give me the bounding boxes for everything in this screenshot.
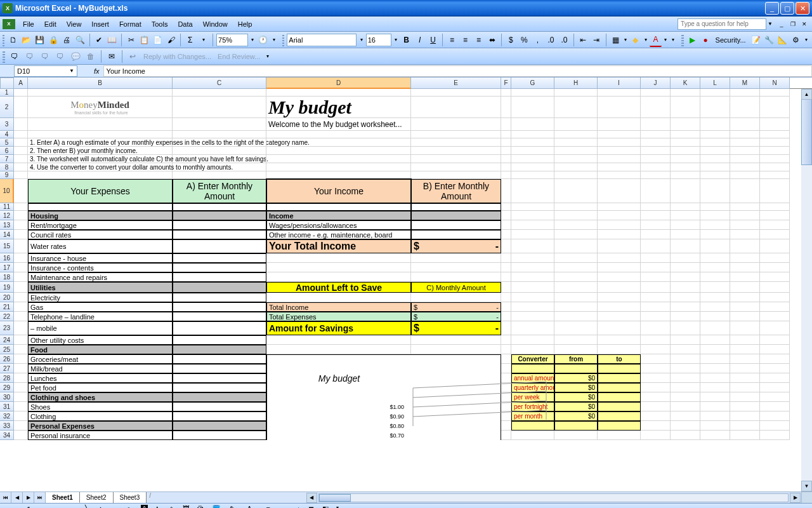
permission-icon[interactable]: 🔒	[48, 33, 60, 47]
toolbar-options-icon[interactable]: ▾	[271, 33, 277, 47]
cell[interactable]	[266, 203, 411, 211]
cell[interactable]	[641, 392, 671, 402]
cell[interactable]: Housing	[28, 211, 173, 220]
cell[interactable]	[173, 335, 266, 345]
select-objects-icon[interactable]: ↖	[27, 505, 39, 509]
cell[interactable]: Water rates	[28, 239, 173, 253]
cell[interactable]	[501, 239, 511, 253]
cell[interactable]	[641, 118, 671, 131]
cell[interactable]	[760, 263, 790, 272]
cell[interactable]: $0	[554, 373, 598, 383]
cell[interactable]	[671, 211, 700, 220]
cell[interactable]	[511, 89, 554, 97]
cell[interactable]	[411, 163, 501, 171]
tab-first-icon[interactable]: ⏮	[0, 492, 11, 503]
row-header-33[interactable]: 33	[0, 421, 14, 431]
cell[interactable]	[641, 282, 671, 293]
cell[interactable]	[730, 211, 760, 220]
cell[interactable]	[501, 97, 511, 118]
row-header-16[interactable]: 16	[0, 253, 14, 263]
wordart-icon[interactable]: 𝐀	[155, 505, 167, 509]
cell[interactable]	[671, 138, 700, 147]
cell[interactable]	[28, 118, 173, 131]
cell[interactable]: $0	[554, 383, 598, 392]
row-header-11[interactable]: 11	[0, 203, 14, 211]
cell[interactable]	[266, 392, 411, 402]
minimize-button[interactable]: _	[765, 2, 779, 15]
macro-play-icon[interactable]: ▶	[686, 33, 698, 47]
cell[interactable]	[598, 230, 641, 239]
row-header-21[interactable]: 21	[0, 302, 14, 312]
cell[interactable]	[700, 203, 730, 211]
cell[interactable]	[173, 171, 266, 179]
cell[interactable]: Maintenance and repairs	[28, 272, 173, 282]
cell[interactable]	[598, 203, 641, 211]
menu-help[interactable]: Help	[233, 19, 258, 29]
cell[interactable]	[760, 239, 790, 253]
cell[interactable]: Telephone – landline	[28, 312, 173, 321]
cell[interactable]	[554, 163, 598, 171]
increase-indent-icon[interactable]: ⇥	[591, 33, 603, 47]
cell[interactable]	[14, 364, 28, 373]
cell[interactable]: Groceries/meat	[28, 354, 173, 364]
bold-button[interactable]: B	[400, 33, 412, 47]
spell-icon[interactable]: ✔	[93, 33, 105, 47]
cell[interactable]	[411, 155, 501, 163]
mail-recipient-icon[interactable]: ✉	[105, 50, 119, 64]
cell[interactable]	[14, 354, 28, 364]
cell[interactable]	[760, 179, 790, 203]
cell[interactable]	[671, 131, 700, 138]
cell[interactable]	[671, 402, 700, 411]
cell[interactable]: to	[598, 354, 641, 364]
cell[interactable]	[511, 163, 554, 171]
cell[interactable]	[730, 239, 760, 253]
column-header-F[interactable]: F	[501, 77, 511, 89]
picture-icon[interactable]: 🏔	[197, 505, 209, 509]
cell[interactable]: Gas	[28, 302, 173, 312]
select-all-corner[interactable]	[0, 77, 14, 89]
row-header-7[interactable]: 7	[0, 155, 14, 163]
cell[interactable]	[266, 138, 411, 147]
scroll-left-icon[interactable]: ◀	[306, 493, 317, 503]
toolbar-options-icon[interactable]: ▾	[336, 505, 344, 509]
row-header-26[interactable]: 26	[0, 354, 14, 364]
cell[interactable]	[700, 321, 730, 335]
show-all-comments-icon[interactable]: 💬	[69, 50, 82, 64]
cell[interactable]	[173, 321, 266, 335]
cell[interactable]	[641, 335, 671, 345]
cell[interactable]	[671, 203, 700, 211]
cell[interactable]: Total Income	[266, 302, 411, 312]
cell[interactable]	[411, 220, 501, 230]
cell[interactable]	[511, 147, 554, 155]
cell[interactable]	[760, 421, 790, 431]
cell[interactable]	[760, 138, 790, 147]
cell[interactable]	[554, 302, 598, 312]
cell[interactable]	[511, 239, 554, 253]
align-center-icon[interactable]: ≡	[459, 33, 471, 47]
cell[interactable]: 2. Then enter B) your monthly income.	[28, 147, 173, 155]
cell[interactable]	[266, 335, 411, 345]
cell[interactable]	[511, 335, 554, 345]
cell[interactable]	[173, 147, 266, 155]
row-header-24[interactable]: 24	[0, 335, 14, 345]
cell[interactable]: Utilities	[28, 282, 173, 293]
cell[interactable]	[173, 282, 266, 293]
cell[interactable]: My budget	[266, 373, 411, 383]
cell[interactable]	[501, 230, 511, 239]
paste-icon[interactable]: 📄	[152, 33, 164, 47]
cell[interactable]	[760, 163, 790, 171]
cell[interactable]: $0.90	[266, 411, 411, 421]
cell[interactable]	[598, 239, 641, 253]
fill-color-icon[interactable]: ◆	[629, 33, 641, 47]
cell[interactable]	[173, 364, 266, 373]
cell[interactable]	[14, 293, 28, 302]
cell[interactable]	[730, 321, 760, 335]
cell[interactable]	[14, 163, 28, 171]
cell[interactable]	[598, 89, 641, 97]
cell[interactable]	[501, 171, 511, 179]
cell[interactable]: $0	[554, 402, 598, 411]
cell[interactable]	[266, 354, 411, 364]
cell[interactable]	[730, 392, 760, 402]
control-toolbox-icon[interactable]: 🔧	[763, 33, 775, 47]
cell[interactable]	[411, 364, 501, 373]
